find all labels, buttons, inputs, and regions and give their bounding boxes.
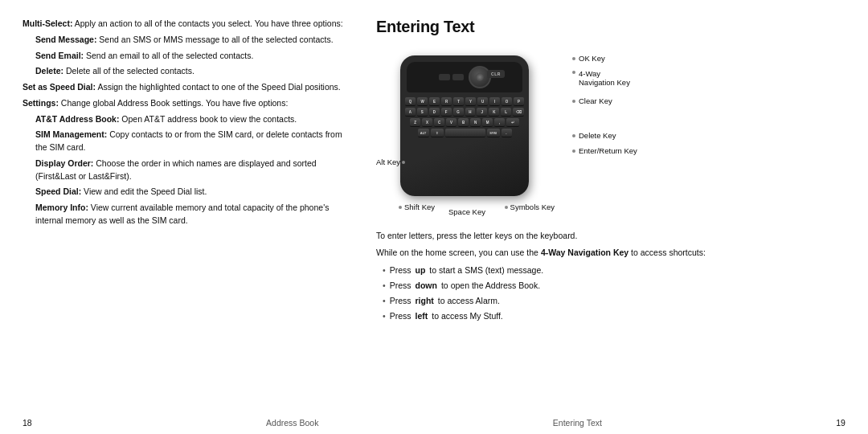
page-num-right: 19: [836, 418, 845, 428]
space-key-label: Space Key: [448, 207, 485, 216]
phone-diagram-wrap: CLR Q W E R T Y U: [376, 47, 569, 216]
key-d: D: [429, 108, 440, 117]
key-x: X: [422, 118, 432, 127]
key-f: F: [441, 108, 452, 117]
key-e: E: [429, 97, 440, 106]
key-z: Z: [410, 118, 420, 127]
key-shift: ⇧: [431, 129, 444, 137]
key-row-4: ALT ⇧ SYM .: [405, 129, 524, 137]
delete-key-label: Delete Key: [572, 131, 637, 140]
right-body-text: To enter letters, press the letter keys …: [376, 229, 845, 323]
key-row-3: Z X C V B N M , ↵: [405, 118, 524, 127]
key-v: V: [446, 118, 457, 127]
key-h: H: [465, 108, 476, 117]
key-c: C: [434, 118, 444, 127]
delete-dot: [572, 134, 575, 137]
nav-key-label: 4-WayNavigation Key: [572, 69, 637, 87]
phone-diagram-area: CLR Q W E R T Y U: [376, 47, 845, 216]
key-delete: ⌫: [513, 108, 524, 117]
enter-dot: [572, 149, 575, 153]
key-y: Y: [465, 97, 476, 106]
ok-key-label: OK Key: [572, 54, 637, 63]
left-column: Multi-Select: Apply an action to all of …: [23, 18, 368, 407]
nav-dot: [572, 71, 575, 74]
sym-dot: [505, 206, 508, 209]
shift-dot: [399, 206, 402, 209]
key-u: U: [477, 97, 488, 106]
key-p: P: [514, 97, 524, 106]
speed-dial-list: Speed Dial: View and edit the Speed Dial…: [35, 186, 344, 199]
key-s: S: [417, 108, 428, 117]
keyboard-area: Q W E R T Y U I O P A: [405, 97, 524, 139]
memory-info: Memory Info: View current available memo…: [35, 202, 344, 227]
key-g: G: [453, 108, 464, 117]
key-symbols: SYM: [487, 129, 500, 137]
page-num-left: 18: [23, 418, 32, 428]
key-row-1: Q W E R T Y U I O P: [405, 97, 524, 106]
bullet-down: Press down to open the Address Book.: [383, 279, 845, 292]
enter-key-label: Enter/Return Key: [572, 146, 637, 155]
key-t: T: [453, 97, 464, 106]
att-address-book: AT&T Address Book: Open AT&T address boo…: [35, 113, 344, 126]
key-alt: ALT: [418, 129, 429, 137]
shift-key-label: Shift Key: [399, 203, 435, 211]
key-o: O: [502, 97, 512, 106]
key-enter: ↵: [506, 118, 519, 127]
symbols-key-label: Symbols Key: [505, 203, 555, 211]
body-para-1: To enter letters, press the letter keys …: [376, 229, 845, 242]
clear-dot: [572, 100, 575, 103]
key-l: L: [501, 108, 511, 117]
send-email: Send Email: Send an email to all of the …: [35, 50, 344, 63]
bullet-right: Press right to access Alarm.: [383, 294, 845, 307]
settings-intro: Settings: Change global Address Book set…: [23, 97, 344, 110]
right-column: Entering Text: [368, 18, 845, 407]
key-j: J: [477, 108, 487, 117]
sim-management: SIM Management: Copy contacts to or from…: [35, 129, 344, 154]
footer-center-left: Address Book: [266, 418, 318, 428]
key-r: R: [441, 97, 452, 106]
footer: 18 Address Book Entering Text 19: [0, 415, 868, 434]
bullet-up: Press up to start a SMS (text) message.: [383, 264, 845, 276]
key-k: K: [489, 108, 499, 117]
delete: Delete: Delete all of the selected conta…: [35, 65, 344, 78]
section-title: Entering Text: [376, 18, 845, 36]
key-a: A: [405, 108, 416, 117]
right-labels: OK Key 4-WayNavigation Key Clear Key Del…: [569, 47, 637, 155]
key-n: N: [470, 118, 481, 127]
key-i: I: [489, 97, 500, 106]
alt-dot: [402, 161, 405, 164]
key-q: Q: [405, 97, 416, 106]
nav-center-btn: [476, 73, 484, 81]
phone-nav-area: CLR: [407, 62, 522, 92]
key-row-2: A S D F G H J K L ⌫: [405, 108, 524, 117]
display-order: Display Order: Choose the order in which…: [35, 158, 344, 183]
bullet-list: Press up to start a SMS (text) message. …: [376, 264, 845, 323]
key-space: [445, 129, 485, 137]
key-comma: ,: [494, 118, 505, 127]
bullet-left: Press left to access My Stuff.: [383, 309, 845, 322]
multi-select-intro: Multi-Select: Apply an action to all of …: [23, 18, 344, 31]
key-w: W: [417, 97, 428, 106]
speed-dial-set: Set as Speed Dial: Assign the highlighte…: [23, 81, 344, 94]
clr-button: CLR: [487, 70, 505, 78]
key-period: .: [502, 129, 512, 137]
body-para-2: While on the home screen, you can use th…: [376, 246, 845, 259]
clear-key-label: Clear Key: [572, 96, 637, 105]
alt-key-label: Alt Key: [376, 158, 405, 166]
phone-body: CLR Q W E R T Y U: [400, 55, 529, 196]
ok-dot: [572, 57, 575, 60]
send-message: Send Message: Send an SMS or MMS message…: [35, 34, 344, 47]
key-b: B: [458, 118, 469, 127]
footer-center-right: Entering Text: [553, 418, 602, 428]
key-m: M: [482, 118, 493, 127]
